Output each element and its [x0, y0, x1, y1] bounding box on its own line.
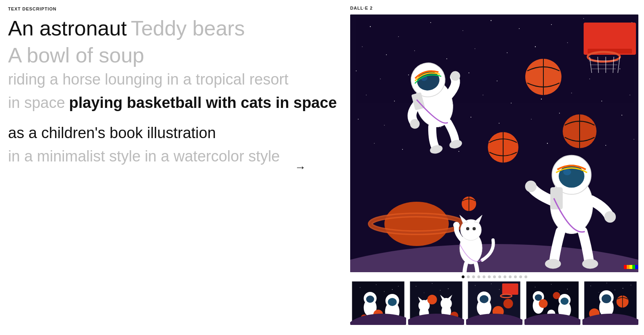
- svg-point-42: [384, 125, 384, 125]
- styles-line: as a children's book illustration in a m…: [8, 124, 342, 166]
- action-basketball[interactable]: playing basketball with cats in space: [69, 93, 337, 113]
- main-image[interactable]: [350, 14, 638, 272]
- dot-1[interactable]: [467, 275, 470, 278]
- right-panel: DALL·E 2: [350, 0, 644, 335]
- svg-point-23: [408, 74, 409, 75]
- dot-3[interactable]: [477, 275, 480, 278]
- svg-rect-104: [632, 265, 635, 269]
- svg-point-15: [475, 48, 475, 49]
- svg-point-57: [547, 143, 548, 144]
- svg-point-8: [583, 18, 584, 19]
- section-label: TEXT DESCRIPTION: [8, 6, 342, 11]
- svg-point-152: [504, 299, 513, 308]
- dot-10[interactable]: [514, 275, 517, 278]
- svg-point-36: [511, 103, 512, 103]
- svg-point-140: [475, 285, 476, 286]
- svg-point-126: [424, 292, 424, 293]
- dot-5[interactable]: [488, 275, 491, 278]
- svg-point-169: [553, 292, 560, 299]
- svg-point-96: [466, 227, 469, 230]
- svg-point-111: [384, 291, 385, 292]
- svg-point-47: [531, 119, 531, 119]
- thumbnails-row: [350, 281, 638, 325]
- svg-point-29: [589, 79, 590, 79]
- style-minimalist[interactable]: in a minimalist style: [8, 147, 140, 166]
- dalle-label: DALL·E 2: [350, 6, 638, 10]
- svg-point-30: [619, 68, 620, 69]
- action-riding[interactable]: riding a horse: [8, 70, 101, 89]
- svg-point-14: [446, 58, 447, 59]
- svg-point-31: [366, 95, 366, 95]
- main-illustration: [350, 14, 638, 272]
- svg-point-109: [392, 289, 393, 290]
- svg-point-25: [469, 72, 469, 73]
- thumbnail-3[interactable]: [524, 281, 580, 325]
- svg-point-21: [356, 70, 357, 71]
- style-watercolor[interactable]: in a watercolor style: [144, 147, 280, 166]
- svg-point-7: [551, 24, 552, 25]
- svg-point-177: [631, 285, 631, 285]
- svg-point-13: [414, 50, 415, 51]
- svg-point-60: [634, 139, 634, 139]
- svg-point-35: [483, 95, 483, 95]
- svg-point-89: [545, 259, 561, 269]
- dot-2[interactable]: [472, 275, 475, 278]
- svg-point-39: [601, 101, 602, 101]
- svg-point-12: [386, 54, 387, 55]
- action-lounging[interactable]: lounging in a tropical resort: [105, 70, 288, 89]
- dot-12[interactable]: [524, 275, 527, 278]
- thumbnail-2[interactable]: [466, 281, 522, 325]
- svg-point-37: [541, 99, 542, 99]
- dot-7[interactable]: [498, 275, 501, 278]
- action-inspace[interactable]: in space: [8, 93, 65, 113]
- dot-8[interactable]: [504, 275, 506, 278]
- thumbnail-0[interactable]: [350, 281, 406, 325]
- svg-point-112: [398, 286, 398, 286]
- svg-point-1: [370, 26, 371, 27]
- svg-rect-105: [635, 265, 638, 269]
- svg-point-51: [374, 143, 374, 143]
- svg-point-48: [559, 113, 560, 114]
- svg-point-176: [615, 290, 615, 290]
- svg-point-108: [376, 284, 376, 285]
- svg-point-54: [458, 151, 459, 152]
- svg-point-22: [380, 79, 380, 79]
- dot-6[interactable]: [493, 275, 496, 278]
- dot-4[interactable]: [483, 275, 485, 278]
- subject-teddybears[interactable]: Teddy bears: [131, 17, 245, 40]
- svg-point-38: [571, 93, 572, 93]
- svg-point-136: [427, 295, 437, 304]
- svg-point-127: [440, 290, 441, 291]
- svg-point-124: [432, 283, 432, 283]
- svg-point-45: [471, 117, 471, 118]
- svg-point-118: [388, 298, 397, 306]
- svg-point-144: [499, 289, 500, 290]
- dot-0[interactable]: [462, 275, 464, 278]
- dot-9[interactable]: [509, 275, 512, 278]
- svg-point-52: [402, 149, 403, 150]
- svg-rect-146: [502, 283, 518, 295]
- thumbnail-4[interactable]: [582, 281, 638, 325]
- svg-point-6: [519, 28, 520, 29]
- svg-point-86: [563, 169, 571, 175]
- svg-point-88: [604, 211, 616, 223]
- subject-astronaut[interactable]: An astronaut: [8, 17, 127, 40]
- svg-point-41: [358, 119, 359, 120]
- svg-point-46: [499, 123, 500, 124]
- svg-point-173: [607, 283, 607, 283]
- svg-point-50: [621, 115, 622, 116]
- svg-point-3: [430, 22, 431, 23]
- actions-line: riding a horse lounging in a tropical re…: [8, 70, 342, 112]
- dot-11[interactable]: [519, 275, 522, 278]
- svg-point-165: [560, 298, 568, 305]
- svg-point-157: [567, 289, 568, 290]
- svg-point-107: [360, 287, 361, 288]
- svg-point-59: [605, 145, 606, 146]
- subject-soup[interactable]: A bowl of soup: [8, 44, 144, 67]
- svg-point-141: [491, 283, 491, 284]
- svg-point-16: [507, 52, 508, 53]
- thumbnail-1[interactable]: [408, 281, 464, 325]
- style-childrens[interactable]: as a children's book illustration: [8, 124, 216, 143]
- svg-point-70: [384, 202, 449, 246]
- svg-rect-103: [630, 265, 632, 269]
